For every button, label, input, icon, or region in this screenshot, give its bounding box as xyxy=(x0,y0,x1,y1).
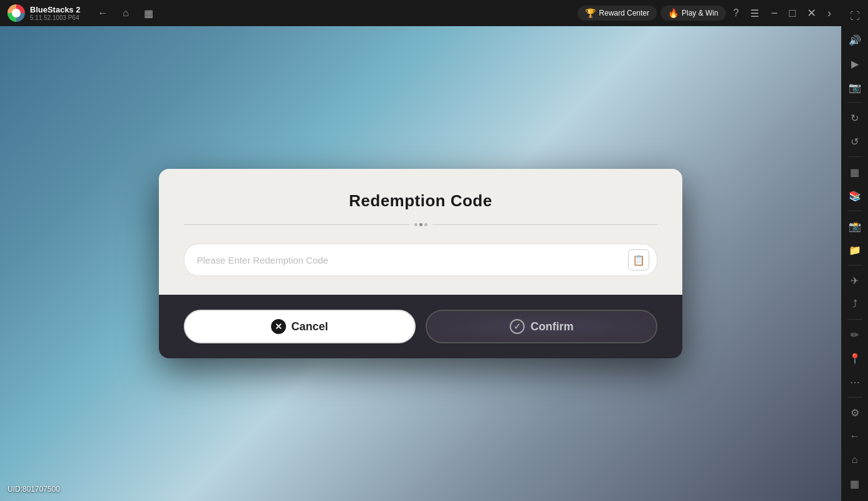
divider-line-left xyxy=(184,224,409,225)
volume-icon[interactable]: 🔊 xyxy=(844,29,866,51)
sidebar-divider-3 xyxy=(847,211,862,211)
sidebar-apps-icon[interactable]: ▦ xyxy=(844,472,866,495)
dialog-top: Redemption Code 📋 xyxy=(159,169,682,295)
app-version: 5.11.52.1003 P64 xyxy=(30,15,80,21)
screenshot-icon[interactable]: 📷 xyxy=(844,76,866,98)
sidebar-divider-1 xyxy=(847,102,862,103)
cancel-button[interactable]: ✕ Cancel xyxy=(184,310,416,343)
folder-icon[interactable]: 📁 xyxy=(844,239,866,261)
close-button[interactable]: ✕ xyxy=(802,5,821,21)
back-nav-button[interactable]: ← xyxy=(93,5,113,21)
app-logo: BlueStacks 2 5.11.52.1003 P64 xyxy=(0,4,88,22)
divider-dots xyxy=(414,223,427,226)
cancel-icon: ✕ xyxy=(271,319,286,334)
menu-button[interactable]: ☰ xyxy=(746,5,763,22)
draw-icon[interactable]: ✏ xyxy=(844,323,866,346)
airplane-mode-icon[interactable]: ✈ xyxy=(844,269,866,292)
dialog-divider xyxy=(184,223,657,226)
more-options-icon[interactable]: ⋯ xyxy=(844,371,866,393)
topbar-right: 🏆 Reward Center 🔥 Play & Win ? ☰ − □ ✕ › xyxy=(578,5,836,22)
paste-icon: 📋 xyxy=(632,254,645,266)
sidebar-back-icon[interactable]: ← xyxy=(844,425,866,447)
maximize-button[interactable]: □ xyxy=(784,5,801,21)
layers-icon[interactable]: ▦ xyxy=(844,161,866,183)
app-info: BlueStacks 2 5.11.52.1003 P64 xyxy=(30,5,80,21)
paste-button[interactable]: 📋 xyxy=(628,249,649,270)
rotate-ccw-icon[interactable]: ↺ xyxy=(844,130,866,153)
modal-overlay: Redemption Code 📋 ✕ Canc xyxy=(0,26,841,501)
camera-icon[interactable]: 📸 xyxy=(844,215,866,237)
minimize-button[interactable]: − xyxy=(766,5,783,21)
dialog-bottom: ✕ Cancel ✓ Confirm xyxy=(159,295,682,358)
location-icon[interactable]: 📍 xyxy=(844,347,866,370)
reward-center-label: Reward Center xyxy=(599,9,649,17)
rotate-cw-icon[interactable]: ↻ xyxy=(844,107,866,129)
expand-button[interactable]: › xyxy=(823,5,836,21)
window-controls: − □ ✕ › xyxy=(766,5,836,21)
play-win-label: Play & Win xyxy=(682,9,718,17)
nav-buttons: ← ⌂ ▦ xyxy=(93,5,158,22)
divider-line-right xyxy=(432,224,658,225)
cancel-label: Cancel xyxy=(291,320,328,333)
bluestacks-logo-icon xyxy=(7,4,25,22)
sidebar-divider-2 xyxy=(847,156,862,157)
dialog-title: Redemption Code xyxy=(184,191,657,211)
confirm-label: Confirm xyxy=(531,320,574,333)
video-record-icon[interactable]: ▶ xyxy=(844,52,866,75)
fullscreen-icon[interactable]: ⛶ xyxy=(844,5,866,27)
sidebar-divider-4 xyxy=(847,265,862,265)
redemption-input-row: 📋 xyxy=(184,244,657,276)
divider-dot-1 xyxy=(414,223,417,226)
redemption-code-input[interactable] xyxy=(197,255,628,265)
divider-dot-3 xyxy=(424,223,427,226)
app-name: BlueStacks 2 xyxy=(30,5,80,15)
play-win-button[interactable]: 🔥 Play & Win xyxy=(661,6,726,21)
sidebar-divider-6 xyxy=(847,397,862,398)
reward-center-button[interactable]: 🏆 Reward Center xyxy=(578,6,657,21)
play-win-icon: 🔥 xyxy=(668,8,679,18)
topbar: BlueStacks 2 5.11.52.1003 P64 ← ⌂ ▦ 🏆 Re… xyxy=(0,0,841,26)
home-nav-button[interactable]: ⌂ xyxy=(118,5,134,21)
help-button[interactable]: ? xyxy=(730,5,743,21)
reward-center-icon: 🏆 xyxy=(585,8,596,18)
tabs-nav-button[interactable]: ▦ xyxy=(139,5,158,22)
redemption-dialog: Redemption Code 📋 ✕ Canc xyxy=(159,169,682,358)
confirm-icon: ✓ xyxy=(510,319,525,334)
media-icon[interactable]: 📚 xyxy=(844,184,866,207)
confirm-button[interactable]: ✓ Confirm xyxy=(426,310,657,343)
right-sidebar: ⛶ 🔊 ▶ 📷 ↻ ↺ ▦ 📚 📸 📁 ✈ ⤴ ✏ 📍 ⋯ ⚙ ← ⌂ ▦ xyxy=(841,0,868,501)
sidebar-divider-5 xyxy=(847,319,862,320)
divider-dot-2 xyxy=(419,223,422,226)
resize-icon[interactable]: ⤴ xyxy=(844,293,866,315)
settings-icon[interactable]: ⚙ xyxy=(844,401,866,424)
sidebar-home-icon[interactable]: ⌂ xyxy=(844,449,866,471)
